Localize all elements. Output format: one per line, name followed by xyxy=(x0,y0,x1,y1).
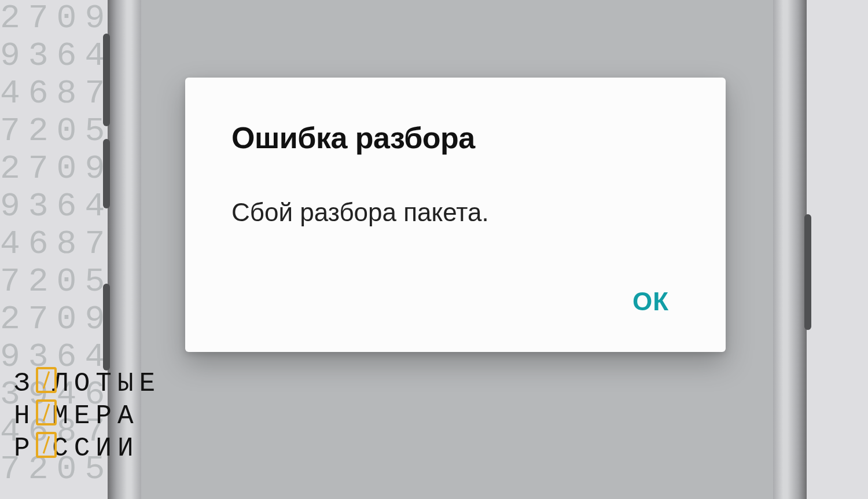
gold-zero-icon xyxy=(36,432,57,458)
volume-up-button xyxy=(103,34,110,126)
dialog-title: Ошибка разбора xyxy=(231,120,679,155)
watermark-logo: ЗЛОТЫЕ НМЕРА РССИИ xyxy=(14,367,161,464)
watermark-line-3: РССИИ xyxy=(14,432,161,464)
watermark-line-1: ЗЛОТЫЕ xyxy=(14,367,161,399)
ok-button[interactable]: ОК xyxy=(622,284,679,320)
power-button xyxy=(804,214,811,330)
watermark-line-2: НМЕРА xyxy=(14,399,161,432)
assistant-button xyxy=(103,284,110,370)
gold-zero-icon xyxy=(36,399,57,425)
dialog-message: Сбой разбора пакета. xyxy=(231,198,679,227)
volume-down-button xyxy=(103,139,110,208)
stage: 270936 872 936401 530 468725 366 720583 … xyxy=(0,0,868,499)
gold-zero-icon xyxy=(36,367,57,393)
error-dialog: Ошибка разбора Сбой разбора пакета. ОК xyxy=(185,78,726,352)
dialog-actions: ОК xyxy=(231,284,679,320)
